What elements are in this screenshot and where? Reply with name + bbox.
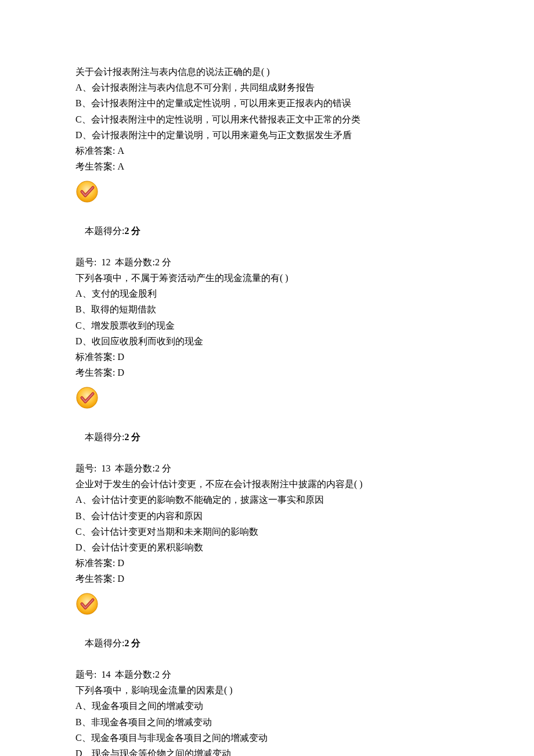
q13-score-value: 2 分	[124, 638, 140, 648]
q11-standard-answer: 标准答案: A	[75, 143, 459, 159]
q13-stem: 企业对于发生的会计估计变更，不应在会计报表附注中披露的内容是( )	[75, 476, 459, 492]
correct-check-icon	[75, 180, 99, 203]
q14-option-d: D、现金与现金等价物之间的增减变动	[75, 746, 459, 756]
q12-stem: 下列各项中，不属于筹资活动产生的现金流量的有( )	[75, 270, 459, 286]
q11-score: 本题得分:2 分	[75, 207, 459, 254]
q13-student-answer: 考生答案: D	[75, 571, 459, 586]
correct-check-icon	[75, 592, 99, 615]
q12-standard-answer: 标准答案: D	[75, 349, 459, 365]
q11-option-b: B、会计报表附注中的定量或定性说明，可以用来更正报表内的错误	[75, 95, 459, 111]
q13-header: 题号: 13 本题分数:2 分	[75, 460, 459, 476]
correct-check-icon	[75, 386, 99, 409]
q13-option-c: C、会计估计变更对当期和未来期间的影响数	[75, 524, 459, 539]
q14-option-c: C、现金各项目与非现金各项目之间的增减变动	[75, 730, 459, 746]
q11-option-d: D、会计报表附注中的定量说明，可以用来避免与正文数据发生矛盾	[75, 127, 459, 143]
q11-student-answer: 考生答案: A	[75, 159, 459, 174]
q11-option-c: C、会计报表附注中的定性说明，可以用来代替报表正文中正常的分类	[75, 111, 459, 127]
q13-standard-answer: 标准答案: D	[75, 555, 459, 571]
q12-option-a: A、支付的现金股利	[75, 286, 459, 301]
q13-option-b: B、会计估计变更的内容和原因	[75, 508, 459, 524]
q12-score: 本题得分:2 分	[75, 413, 459, 460]
q12-student-answer: 考生答案: D	[75, 365, 459, 380]
q12-option-d: D、收回应收股利而收到的现金	[75, 333, 459, 349]
q12-option-b: B、取得的短期借款	[75, 301, 459, 317]
q13-option-d: D、会计估计变更的累积影响数	[75, 539, 459, 555]
q11-stem: 关于会计报表附注与表内信息的说法正确的是( )	[75, 64, 459, 80]
q14-option-b: B、非现金各项目之间的增减变动	[75, 714, 459, 730]
q11-score-value: 2 分	[124, 226, 140, 236]
q13-score: 本题得分:2 分	[75, 619, 459, 667]
q14-option-a: A、现金各项目之间的增减变动	[75, 698, 459, 714]
q13-score-label: 本题得分:	[85, 638, 124, 648]
svg-point-2	[77, 593, 98, 614]
exam-page: 关于会计报表附注与表内信息的说法正确的是( ) A、会计报表附注与表内信息不可分…	[0, 0, 534, 756]
q12-score-value: 2 分	[124, 432, 140, 442]
q12-option-c: C、增发股票收到的现金	[75, 318, 459, 333]
svg-point-1	[77, 387, 98, 408]
svg-point-0	[77, 181, 98, 202]
q14-stem: 下列各项中，影响现金流量的因素是( )	[75, 682, 459, 698]
q12-score-label: 本题得分:	[85, 432, 124, 442]
q11-option-a: A、会计报表附注与表内信息不可分割，共同组成财务报告	[75, 80, 459, 95]
q12-header: 题号: 12 本题分数:2 分	[75, 254, 459, 270]
q14-header: 题号: 14 本题分数:2 分	[75, 667, 459, 682]
q13-option-a: A、会计估计变更的影响数不能确定的，披露这一事实和原因	[75, 492, 459, 507]
q11-score-label: 本题得分:	[85, 226, 124, 236]
